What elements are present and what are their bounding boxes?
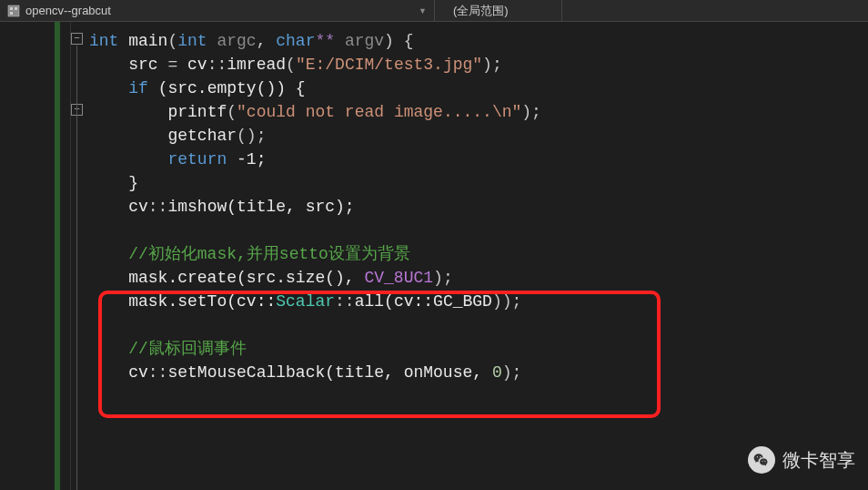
operator: = <box>167 56 177 74</box>
text: src <box>89 56 167 74</box>
param: argc <box>207 32 257 50</box>
ns: cv <box>89 363 148 382</box>
fold-toggle[interactable]: − <box>71 33 83 45</box>
keyword: char <box>276 32 315 50</box>
fn: imshow <box>167 198 227 216</box>
scope-label: (全局范围) <box>453 3 509 19</box>
operator: ** <box>315 32 335 50</box>
indent <box>89 245 128 263</box>
gutter <box>0 22 71 490</box>
fn: setMouseCallback <box>167 363 325 382</box>
string: "could not read image.....\n" <box>237 103 521 121</box>
svg-rect-2 <box>15 7 17 10</box>
punct: ( <box>227 103 237 121</box>
text: (title, onMouse, <box>325 363 492 382</box>
keyword: if <box>128 79 148 97</box>
punct: ); <box>502 363 522 382</box>
indent <box>89 340 128 358</box>
wechat-icon <box>748 446 775 474</box>
keyword: int <box>89 32 118 50</box>
text: (cv:: <box>384 292 433 311</box>
project-name: opencv--grabcut <box>25 4 111 17</box>
punct: (); <box>237 127 266 145</box>
fn: create <box>177 269 237 287</box>
project-selector[interactable]: opencv--grabcut ▼ <box>0 0 435 21</box>
chevron-down-icon: ▼ <box>419 6 427 15</box>
number: 0 <box>492 363 502 382</box>
punct: )); <box>492 292 521 311</box>
ns: cv <box>177 56 207 74</box>
text: (cv:: <box>227 292 276 311</box>
text: } <box>89 174 138 192</box>
text: -1; <box>227 150 266 168</box>
punct: ) { <box>384 32 413 50</box>
fn: setTo <box>177 292 227 311</box>
project-icon <box>7 5 20 17</box>
fn: getchar <box>167 127 237 145</box>
punct: ( <box>286 56 296 74</box>
string: "E:/DCIM/test3.jpg" <box>296 56 482 74</box>
code-area[interactable]: int main(int argc, char** argv) { src = … <box>71 22 541 490</box>
fold-guide <box>76 46 77 490</box>
code-editor[interactable]: − − int main(int argc, char** argv) { sr… <box>0 22 868 490</box>
change-marker <box>55 22 60 490</box>
class: Scalar <box>276 292 335 311</box>
punct: , <box>257 32 277 50</box>
param: argv <box>335 32 384 50</box>
text: mask. <box>89 269 177 287</box>
scope: :: <box>335 292 355 311</box>
scope: :: <box>207 56 227 74</box>
toolbar: opencv--grabcut ▼ (全局范围) <box>0 0 868 22</box>
comment: //初始化mask,并用setto设置为背景 <box>128 245 410 263</box>
svg-rect-1 <box>10 7 13 10</box>
punct: ( <box>167 32 177 50</box>
indent <box>89 150 167 168</box>
keyword: return <box>167 150 227 168</box>
keyword: int <box>177 32 207 50</box>
fn: imread <box>227 56 286 74</box>
ns: cv <box>89 198 148 216</box>
macro: CV_8UC1 <box>364 269 433 287</box>
fn: printf <box>167 103 227 121</box>
watermark: 微卡智享 <box>748 446 855 474</box>
punct: ); <box>482 56 502 74</box>
scope-selector[interactable]: (全局范围) <box>435 0 562 21</box>
indent <box>89 127 167 145</box>
fn: all <box>355 292 384 311</box>
watermark-text: 微卡智享 <box>782 448 855 473</box>
svg-rect-0 <box>8 5 19 16</box>
comment: //鼠标回调事件 <box>128 340 247 358</box>
text: (title, src); <box>227 198 354 216</box>
svg-rect-3 <box>10 12 13 15</box>
scope: :: <box>148 363 168 382</box>
punct: ); <box>521 103 541 121</box>
text: (src.size(), <box>237 269 364 287</box>
text: (src.empty()) { <box>148 79 306 97</box>
scope: :: <box>148 198 168 216</box>
indent <box>89 79 128 97</box>
text: mask. <box>89 292 177 311</box>
fn-name: main <box>118 32 167 50</box>
punct: ); <box>433 269 453 287</box>
const: GC_BGD <box>433 292 492 311</box>
indent <box>89 103 167 121</box>
